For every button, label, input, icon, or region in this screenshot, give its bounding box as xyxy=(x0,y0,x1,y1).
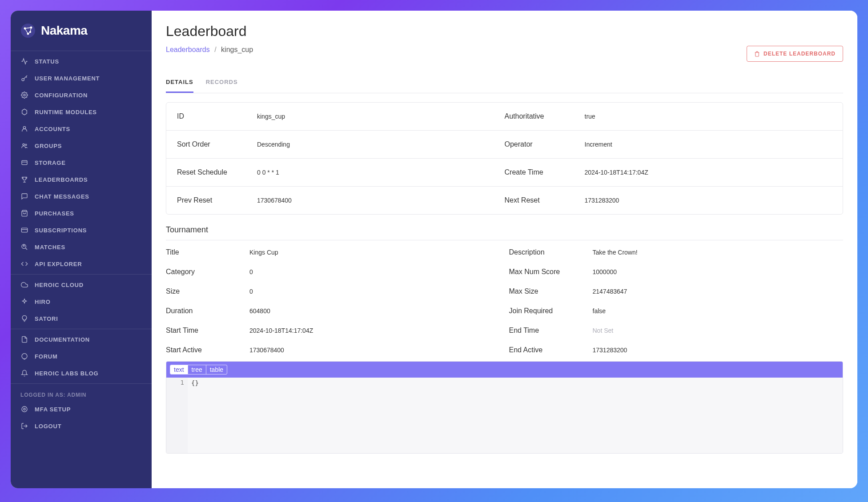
json-tab-text[interactable]: text xyxy=(170,365,188,374)
tab-details[interactable]: DETAILS xyxy=(166,72,193,93)
breadcrumb-sep: / xyxy=(214,46,216,53)
detail-row: IDkings_cup Authoritativetrue xyxy=(166,103,843,131)
code-icon xyxy=(20,260,28,268)
gear-icon xyxy=(20,91,28,99)
prop-value: 0 xyxy=(249,288,253,295)
sidebar-item-status[interactable]: STATUS xyxy=(11,53,152,70)
sidebar-item-label: SUBSCRIPTIONS xyxy=(35,227,87,234)
tournament-properties: TitleKings Cup DescriptionTake the Crown… xyxy=(166,248,843,354)
sidebar-item-label: GROUPS xyxy=(35,143,62,149)
prop-value: Take the Crown! xyxy=(593,249,638,256)
breadcrumb-parent[interactable]: Leaderboards xyxy=(166,46,210,53)
sidebar-item-accounts[interactable]: ACCOUNTS xyxy=(11,120,152,137)
svg-rect-17 xyxy=(22,160,27,164)
detail-row: Sort OrderDescending OperatorIncrement xyxy=(166,131,843,159)
detail-value: 0 0 * * 1 xyxy=(257,169,279,176)
detail-label: Create Time xyxy=(505,168,585,176)
sidebar-item-groups[interactable]: GROUPS xyxy=(11,137,152,154)
sparkle-icon xyxy=(20,298,28,306)
prop-label: Size xyxy=(166,287,249,295)
app-shell: Nakama STATUS USER MANAGEMENT CONFIGURAT… xyxy=(11,11,857,488)
prop-value: 2147483647 xyxy=(593,288,627,295)
tournament-section-title: Tournament xyxy=(166,225,843,235)
detail-row: Reset Schedule0 0 * * 1 Create Time2024-… xyxy=(166,159,843,187)
detail-value: 2024-10-18T14:17:04Z xyxy=(585,169,648,176)
prop-label: Start Active xyxy=(166,346,249,354)
sidebar-item-api-explorer[interactable]: API EXPLORER xyxy=(11,255,152,272)
trash-icon xyxy=(754,51,760,57)
sidebar-item-user-management[interactable]: USER MANAGEMENT xyxy=(11,70,152,87)
svg-marker-13 xyxy=(22,109,27,115)
prop-value: 1731283200 xyxy=(593,347,627,354)
sidebar-item-runtime-modules[interactable]: RUNTIME MODULES xyxy=(11,104,152,120)
prop-label: End Active xyxy=(509,346,593,354)
detail-value: true xyxy=(585,113,595,120)
detail-label: Reset Schedule xyxy=(177,168,257,176)
trophy-icon xyxy=(20,175,28,183)
sidebar-item-label: LOGOUT xyxy=(35,423,61,430)
key-icon xyxy=(20,74,28,82)
sidebar-item-matches[interactable]: MATCHES xyxy=(11,239,152,255)
prop-value: 0 xyxy=(249,268,253,275)
sidebar-item-label: ACCOUNTS xyxy=(35,126,70,132)
sidebar-item-mfa-setup[interactable]: MFA SETUP xyxy=(11,401,152,418)
file-icon xyxy=(20,335,28,343)
sidebar-item-storage[interactable]: STORAGE xyxy=(11,154,152,171)
detail-label: Prev Reset xyxy=(177,196,257,204)
sidebar-item-label: HEROIC CLOUD xyxy=(35,282,84,288)
sidebar-item-label: MATCHES xyxy=(35,244,65,251)
sidebar-item-label: PURCHASES xyxy=(35,210,74,217)
sidebar-item-label: DOCUMENTATION xyxy=(35,336,90,343)
sidebar-item-label: SATORI xyxy=(35,315,58,322)
json-body: 1 {} xyxy=(166,378,843,453)
sidebar-item-heroic-cloud[interactable]: HEROIC CLOUD xyxy=(11,276,152,293)
json-editor: text tree table 1 {} xyxy=(166,361,843,454)
sidebar-item-satori[interactable]: SATORI xyxy=(11,310,152,327)
sidebar-item-blog[interactable]: HEROIC LABS BLOG xyxy=(11,365,152,382)
detail-label: Authoritative xyxy=(505,112,585,120)
logged-in-label: LOGGED IN AS: ADMIN xyxy=(11,386,152,401)
sidebar-item-documentation[interactable]: DOCUMENTATION xyxy=(11,331,152,348)
sidebar-item-chat-messages[interactable]: CHAT MESSAGES xyxy=(11,188,152,205)
sidebar-item-forum[interactable]: FORUM xyxy=(11,348,152,365)
sidebar-item-purchases[interactable]: PURCHASES xyxy=(11,205,152,222)
prop-label: Category xyxy=(166,268,249,276)
prop-value: 1730678400 xyxy=(249,347,284,354)
message-icon xyxy=(20,192,28,200)
json-textarea[interactable]: {} xyxy=(188,378,843,453)
sidebar: Nakama STATUS USER MANAGEMENT CONFIGURAT… xyxy=(11,11,152,488)
sidebar-item-label: MFA SETUP xyxy=(35,406,71,413)
delete-leaderboard-button[interactable]: DELETE LEADERBOARD xyxy=(747,46,843,62)
prop-label: End Time xyxy=(509,327,593,335)
prop-value: Not Set xyxy=(593,327,614,334)
svg-point-16 xyxy=(25,144,27,145)
users-icon xyxy=(20,142,28,150)
box-icon xyxy=(20,159,28,167)
divider xyxy=(11,51,152,51)
svg-point-24 xyxy=(23,245,24,247)
json-content: {} xyxy=(191,379,199,386)
sidebar-item-leaderboards[interactable]: LEADERBOARDS xyxy=(11,171,152,188)
lightbulb-icon xyxy=(20,315,28,323)
svg-point-14 xyxy=(23,127,25,129)
breadcrumb: Leaderboards / kings_cup xyxy=(166,46,253,54)
details-card: IDkings_cup Authoritativetrue Sort Order… xyxy=(166,102,843,215)
sidebar-item-logout[interactable]: LOGOUT xyxy=(11,418,152,434)
tab-records[interactable]: RECORDS xyxy=(206,72,238,93)
prop-value: 604800 xyxy=(249,307,270,315)
json-tab-table[interactable]: table xyxy=(206,365,227,374)
json-tab-tree[interactable]: tree xyxy=(188,365,206,374)
sidebar-item-subscriptions[interactable]: SUBSCRIPTIONS xyxy=(11,222,152,239)
sidebar-item-label: RUNTIME MODULES xyxy=(35,109,97,116)
card-icon xyxy=(20,226,28,234)
prop-label: Max Size xyxy=(509,287,593,295)
sidebar-item-hiro[interactable]: HIRO xyxy=(11,293,152,310)
prop-value: 2024-10-18T14:17:04Z xyxy=(249,327,313,334)
prop-value: 1000000 xyxy=(593,268,617,275)
detail-value: Increment xyxy=(585,141,612,148)
prop-label: Join Required xyxy=(509,307,593,315)
sidebar-item-configuration[interactable]: CONFIGURATION xyxy=(11,87,152,104)
sidebar-item-label: HIRO xyxy=(35,299,51,305)
section-divider xyxy=(166,240,843,240)
line-number: 1 xyxy=(170,379,184,386)
